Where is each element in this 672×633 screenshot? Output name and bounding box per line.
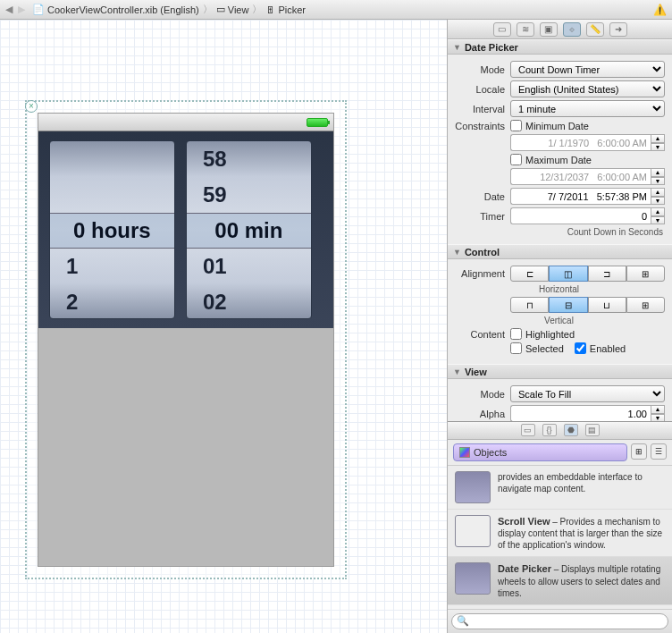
lib-tab-object-icon[interactable]: ⬣ bbox=[564, 424, 578, 436]
picker-row: 1 bbox=[50, 249, 174, 284]
mode-label: Mode bbox=[455, 64, 510, 75]
align-top-button[interactable]: ⊓ bbox=[510, 297, 549, 313]
canvas[interactable]: × 0 hours 1 2 58 59 00 min bbox=[0, 20, 447, 633]
item-desc: provides an embeddable interface to navi… bbox=[498, 472, 643, 494]
enabled-checkbox[interactable] bbox=[575, 342, 586, 354]
enabled-label: Enabled bbox=[590, 343, 626, 354]
highlighted-label: Highlighted bbox=[525, 329, 575, 340]
file-icon: 📄 bbox=[32, 4, 45, 15]
stepper-up[interactable]: ▲ bbox=[651, 207, 665, 216]
view-mode-select[interactable]: Scale To Fill bbox=[510, 385, 665, 402]
timer-note: Count Down in Seconds bbox=[455, 227, 665, 237]
align-bottom-button[interactable]: ⊔ bbox=[588, 297, 626, 313]
item-title: Date Picker bbox=[498, 563, 551, 574]
objects-dropdown[interactable]: Objects bbox=[453, 443, 627, 461]
disclosure-triangle-icon[interactable]: ▼ bbox=[453, 248, 461, 257]
breadcrumb-picker[interactable]: Picker bbox=[278, 4, 306, 15]
mode-select[interactable]: Count Down Timer bbox=[510, 61, 665, 78]
picker-column-minutes[interactable]: 58 59 00 min 01 02 bbox=[186, 140, 312, 319]
status-bar bbox=[38, 114, 333, 131]
stepper-up[interactable]: ▲ bbox=[651, 134, 665, 143]
battery-icon bbox=[307, 118, 328, 127]
align-vertical-seg[interactable]: ⊓ ⊟ ⊔ ⊞ bbox=[510, 297, 665, 313]
max-date-label: Maximum Date bbox=[525, 155, 592, 165]
disclosure-triangle-icon[interactable]: ▼ bbox=[453, 367, 461, 376]
tab-help-icon[interactable]: ≋ bbox=[517, 22, 534, 37]
disclosure-triangle-icon[interactable]: ▼ bbox=[453, 43, 461, 52]
library-list[interactable]: provides an embeddable interface to navi… bbox=[448, 466, 672, 609]
device-view[interactable]: 0 hours 1 2 58 59 00 min 01 02 bbox=[38, 113, 334, 567]
search-input[interactable] bbox=[451, 613, 668, 629]
align-fill-h-button[interactable]: ⊞ bbox=[626, 266, 665, 282]
picker-row-selected: 0 hours bbox=[50, 213, 174, 249]
list-item[interactable]: Scroll View – Provides a mechanism to di… bbox=[448, 510, 672, 557]
warning-icon[interactable]: ⚠️ bbox=[653, 4, 667, 16]
section-title: Date Picker bbox=[465, 42, 518, 53]
inspector-panel: ▭ ≋ ▣ ⟐ 📏 ➜ ▼ Date Picker Mode Count Dow… bbox=[447, 20, 672, 633]
align-fill-v-button[interactable]: ⊞ bbox=[626, 297, 665, 313]
lib-tab-code-icon[interactable]: {} bbox=[542, 424, 557, 436]
list-view-icon[interactable]: ☰ bbox=[651, 443, 667, 460]
stepper-down[interactable]: ▼ bbox=[651, 414, 665, 422]
max-date-checkbox[interactable] bbox=[510, 154, 522, 165]
tab-connections-icon[interactable]: ➜ bbox=[609, 22, 627, 37]
picker-row: 02 bbox=[187, 284, 311, 319]
stepper-down[interactable]: ▼ bbox=[651, 197, 665, 206]
min-date-checkbox[interactable] bbox=[510, 120, 522, 131]
section-control[interactable]: ▼ Control bbox=[448, 244, 672, 259]
list-item-selected[interactable]: Date Picker – Displays multiple rotating… bbox=[448, 557, 672, 604]
grid-view-icon[interactable]: ⊞ bbox=[631, 443, 647, 460]
picker-row: 01 bbox=[187, 249, 311, 284]
lib-tab-file-icon[interactable]: ▭ bbox=[521, 424, 535, 436]
close-icon[interactable]: × bbox=[25, 100, 38, 113]
tab-size-icon[interactable]: 📏 bbox=[586, 22, 604, 37]
picker-row: 58 bbox=[187, 141, 311, 177]
alpha-field[interactable] bbox=[510, 405, 651, 421]
picker-icon: 🎚 bbox=[265, 4, 275, 15]
list-item[interactable]: provides an embeddable interface to navi… bbox=[448, 466, 672, 510]
tab-identity-icon[interactable]: ▣ bbox=[540, 22, 558, 37]
align-center-v-button[interactable]: ⊟ bbox=[549, 297, 587, 313]
picker-row bbox=[50, 141, 174, 177]
view-icon: ▭ bbox=[216, 4, 225, 15]
selected-label: Selected bbox=[525, 343, 564, 354]
align-horizontal-seg[interactable]: ⊏ ◫ ⊐ ⊞ bbox=[510, 266, 665, 282]
align-center-h-button[interactable]: ◫ bbox=[549, 266, 587, 282]
min-date-field[interactable] bbox=[510, 134, 651, 151]
section-date-picker[interactable]: ▼ Date Picker bbox=[448, 39, 672, 55]
stepper-down[interactable]: ▼ bbox=[651, 216, 665, 225]
stepper-up[interactable]: ▲ bbox=[651, 188, 665, 197]
locale-select[interactable]: English (United States) bbox=[510, 80, 665, 97]
stepper-up[interactable]: ▲ bbox=[651, 405, 665, 414]
date-field[interactable] bbox=[510, 188, 651, 205]
max-date-field[interactable] bbox=[510, 168, 651, 185]
align-left-button[interactable]: ⊏ bbox=[510, 266, 549, 282]
date-picker-control[interactable]: 0 hours 1 2 58 59 00 min 01 02 bbox=[38, 131, 333, 328]
breadcrumb-view[interactable]: View bbox=[228, 4, 249, 15]
forward-arrow-icon[interactable]: ▶ bbox=[18, 4, 25, 15]
lib-tab-media-icon[interactable]: ▤ bbox=[585, 424, 600, 436]
selected-checkbox[interactable] bbox=[510, 342, 522, 354]
chevron-right-icon: 〉 bbox=[203, 3, 213, 16]
timer-field[interactable] bbox=[510, 207, 651, 224]
picker-column-hours[interactable]: 0 hours 1 2 bbox=[49, 140, 175, 319]
constraints-label: Constraints bbox=[455, 121, 510, 131]
stepper-up[interactable]: ▲ bbox=[651, 168, 665, 177]
tab-attributes-icon[interactable]: ⟐ bbox=[563, 22, 581, 37]
device-frame[interactable]: × 0 hours 1 2 58 59 00 min bbox=[25, 100, 347, 579]
highlighted-checkbox[interactable] bbox=[510, 328, 522, 340]
library-search: 🔍 bbox=[448, 609, 672, 633]
interval-select[interactable]: 1 minute bbox=[510, 100, 665, 117]
align-right-button[interactable]: ⊐ bbox=[588, 266, 626, 282]
alignment-label: Alignment bbox=[455, 268, 510, 279]
stepper-down[interactable]: ▼ bbox=[651, 143, 665, 152]
section-view[interactable]: ▼ View bbox=[448, 364, 672, 379]
view-mode-label: Mode bbox=[455, 389, 510, 400]
horizontal-label: Horizontal bbox=[455, 284, 665, 294]
stepper-down[interactable]: ▼ bbox=[651, 177, 665, 186]
tab-file-icon[interactable]: ▭ bbox=[493, 22, 511, 37]
picker-row: 2 bbox=[50, 284, 174, 319]
interval-label: Interval bbox=[455, 104, 510, 114]
back-arrow-icon[interactable]: ◀ bbox=[5, 4, 13, 15]
breadcrumb-file[interactable]: CookerViewController.xib (English) bbox=[47, 4, 199, 15]
